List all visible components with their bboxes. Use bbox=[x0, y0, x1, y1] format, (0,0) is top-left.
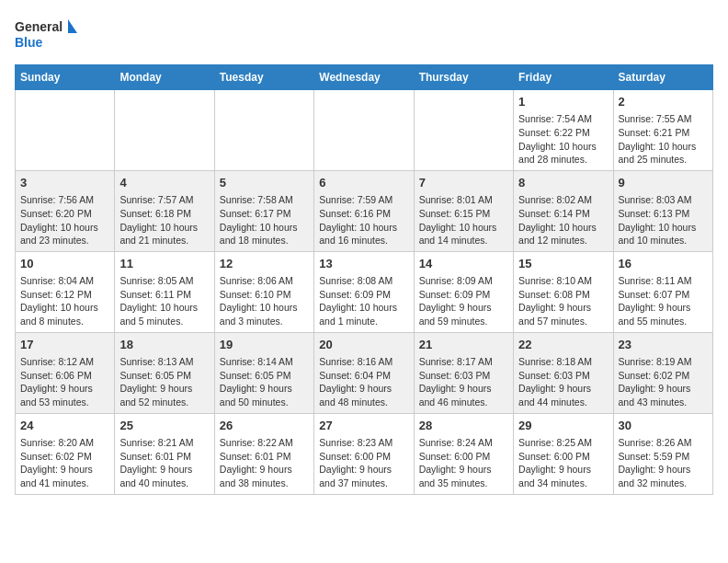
calendar-cell: 7Sunrise: 8:01 AM Sunset: 6:15 PM Daylig… bbox=[414, 170, 513, 251]
calendar-cell: 13Sunrise: 8:08 AM Sunset: 6:09 PM Dayli… bbox=[314, 251, 414, 332]
day-number: 15 bbox=[518, 256, 608, 272]
calendar-cell: 11Sunrise: 8:05 AM Sunset: 6:11 PM Dayli… bbox=[115, 251, 214, 332]
svg-text:General: General bbox=[15, 19, 63, 34]
cell-info: Sunrise: 8:22 AM Sunset: 6:01 PM Dayligh… bbox=[220, 436, 309, 490]
logo: GeneralBlue bbox=[15, 15, 79, 53]
day-number: 24 bbox=[20, 418, 109, 434]
cell-info: Sunrise: 7:58 AM Sunset: 6:17 PM Dayligh… bbox=[220, 193, 309, 247]
day-number: 1 bbox=[518, 94, 608, 110]
cell-info: Sunrise: 8:03 AM Sunset: 6:13 PM Dayligh… bbox=[619, 193, 708, 247]
cell-info: Sunrise: 8:19 AM Sunset: 6:02 PM Dayligh… bbox=[619, 355, 708, 409]
calendar-week-row: 10Sunrise: 8:04 AM Sunset: 6:12 PM Dayli… bbox=[16, 251, 713, 332]
weekday-header-monday: Monday bbox=[115, 65, 214, 90]
weekday-header-row: SundayMondayTuesdayWednesdayThursdayFrid… bbox=[16, 65, 713, 90]
calendar-cell: 2Sunrise: 7:55 AM Sunset: 6:21 PM Daylig… bbox=[613, 90, 712, 171]
weekday-header-tuesday: Tuesday bbox=[214, 65, 313, 90]
calendar-cell: 25Sunrise: 8:21 AM Sunset: 6:01 PM Dayli… bbox=[115, 413, 214, 494]
cell-info: Sunrise: 7:55 AM Sunset: 6:21 PM Dayligh… bbox=[619, 112, 708, 167]
calendar-cell: 10Sunrise: 8:04 AM Sunset: 6:12 PM Dayli… bbox=[16, 251, 115, 332]
cell-info: Sunrise: 7:56 AM Sunset: 6:20 PM Dayligh… bbox=[20, 193, 109, 247]
cell-info: Sunrise: 8:17 AM Sunset: 6:03 PM Dayligh… bbox=[419, 355, 508, 409]
day-number: 30 bbox=[619, 418, 708, 434]
calendar-cell: 4Sunrise: 7:57 AM Sunset: 6:18 PM Daylig… bbox=[115, 170, 214, 251]
day-number: 19 bbox=[220, 337, 309, 353]
calendar-cell: 18Sunrise: 8:13 AM Sunset: 6:05 PM Dayli… bbox=[115, 332, 214, 413]
cell-info: Sunrise: 8:06 AM Sunset: 6:10 PM Dayligh… bbox=[220, 274, 309, 328]
day-number: 17 bbox=[20, 337, 109, 353]
cell-info: Sunrise: 8:23 AM Sunset: 6:00 PM Dayligh… bbox=[319, 436, 408, 490]
day-number: 21 bbox=[419, 337, 508, 353]
logo-svg: GeneralBlue bbox=[15, 15, 79, 53]
calendar-cell: 12Sunrise: 8:06 AM Sunset: 6:10 PM Dayli… bbox=[214, 251, 313, 332]
calendar-week-row: 1Sunrise: 7:54 AM Sunset: 6:22 PM Daylig… bbox=[16, 90, 713, 171]
cell-info: Sunrise: 8:12 AM Sunset: 6:06 PM Dayligh… bbox=[20, 355, 109, 409]
calendar-cell: 8Sunrise: 8:02 AM Sunset: 6:14 PM Daylig… bbox=[514, 170, 613, 251]
cell-info: Sunrise: 7:57 AM Sunset: 6:18 PM Dayligh… bbox=[119, 193, 209, 247]
calendar-cell: 24Sunrise: 8:20 AM Sunset: 6:02 PM Dayli… bbox=[16, 413, 115, 494]
day-number: 25 bbox=[119, 418, 209, 434]
day-number: 27 bbox=[319, 418, 408, 434]
calendar-cell: 17Sunrise: 8:12 AM Sunset: 6:06 PM Dayli… bbox=[16, 332, 115, 413]
cell-info: Sunrise: 8:11 AM Sunset: 6:07 PM Dayligh… bbox=[619, 274, 708, 328]
weekday-header-thursday: Thursday bbox=[414, 65, 513, 90]
calendar-week-row: 3Sunrise: 7:56 AM Sunset: 6:20 PM Daylig… bbox=[16, 170, 713, 251]
svg-marker-2 bbox=[68, 19, 77, 33]
svg-text:Blue: Blue bbox=[15, 35, 43, 50]
day-number: 28 bbox=[419, 418, 508, 434]
calendar-cell bbox=[16, 90, 115, 171]
cell-info: Sunrise: 8:10 AM Sunset: 6:08 PM Dayligh… bbox=[518, 274, 608, 328]
calendar-cell bbox=[214, 90, 313, 171]
day-number: 3 bbox=[20, 175, 109, 191]
calendar-cell: 23Sunrise: 8:19 AM Sunset: 6:02 PM Dayli… bbox=[613, 332, 712, 413]
calendar-cell: 15Sunrise: 8:10 AM Sunset: 6:08 PM Dayli… bbox=[514, 251, 613, 332]
cell-info: Sunrise: 7:54 AM Sunset: 6:22 PM Dayligh… bbox=[518, 112, 608, 167]
cell-info: Sunrise: 8:14 AM Sunset: 6:05 PM Dayligh… bbox=[220, 355, 309, 409]
calendar-cell: 5Sunrise: 7:58 AM Sunset: 6:17 PM Daylig… bbox=[214, 170, 313, 251]
cell-info: Sunrise: 8:05 AM Sunset: 6:11 PM Dayligh… bbox=[119, 274, 209, 328]
weekday-header-friday: Friday bbox=[514, 65, 613, 90]
day-number: 10 bbox=[20, 256, 109, 272]
cell-info: Sunrise: 8:09 AM Sunset: 6:09 PM Dayligh… bbox=[419, 274, 508, 328]
weekday-header-sunday: Sunday bbox=[16, 65, 115, 90]
day-number: 20 bbox=[319, 337, 408, 353]
cell-info: Sunrise: 8:16 AM Sunset: 6:04 PM Dayligh… bbox=[319, 355, 408, 409]
calendar-cell bbox=[414, 90, 513, 171]
calendar-cell: 22Sunrise: 8:18 AM Sunset: 6:03 PM Dayli… bbox=[514, 332, 613, 413]
day-number: 26 bbox=[220, 418, 309, 434]
calendar-cell: 20Sunrise: 8:16 AM Sunset: 6:04 PM Dayli… bbox=[314, 332, 414, 413]
cell-info: Sunrise: 7:59 AM Sunset: 6:16 PM Dayligh… bbox=[319, 193, 408, 247]
day-number: 14 bbox=[419, 256, 508, 272]
cell-info: Sunrise: 8:25 AM Sunset: 6:00 PM Dayligh… bbox=[518, 436, 608, 490]
day-number: 8 bbox=[518, 175, 608, 191]
day-number: 9 bbox=[619, 175, 708, 191]
calendar-cell bbox=[115, 90, 214, 171]
calendar-cell: 6Sunrise: 7:59 AM Sunset: 6:16 PM Daylig… bbox=[314, 170, 414, 251]
day-number: 13 bbox=[319, 256, 408, 272]
calendar-cell: 3Sunrise: 7:56 AM Sunset: 6:20 PM Daylig… bbox=[16, 170, 115, 251]
cell-info: Sunrise: 8:01 AM Sunset: 6:15 PM Dayligh… bbox=[419, 193, 508, 247]
calendar-cell: 19Sunrise: 8:14 AM Sunset: 6:05 PM Dayli… bbox=[214, 332, 313, 413]
cell-info: Sunrise: 8:13 AM Sunset: 6:05 PM Dayligh… bbox=[119, 355, 209, 409]
calendar-cell: 9Sunrise: 8:03 AM Sunset: 6:13 PM Daylig… bbox=[613, 170, 712, 251]
calendar-cell: 14Sunrise: 8:09 AM Sunset: 6:09 PM Dayli… bbox=[414, 251, 513, 332]
day-number: 22 bbox=[518, 337, 608, 353]
weekday-header-wednesday: Wednesday bbox=[314, 65, 414, 90]
cell-info: Sunrise: 8:26 AM Sunset: 5:59 PM Dayligh… bbox=[619, 436, 708, 490]
day-number: 5 bbox=[220, 175, 309, 191]
calendar-cell bbox=[314, 90, 414, 171]
cell-info: Sunrise: 8:18 AM Sunset: 6:03 PM Dayligh… bbox=[518, 355, 608, 409]
calendar-cell: 30Sunrise: 8:26 AM Sunset: 5:59 PM Dayli… bbox=[613, 413, 712, 494]
page-header: GeneralBlue bbox=[15, 15, 713, 53]
calendar-cell: 28Sunrise: 8:24 AM Sunset: 6:00 PM Dayli… bbox=[414, 413, 513, 494]
cell-info: Sunrise: 8:02 AM Sunset: 6:14 PM Dayligh… bbox=[518, 193, 608, 247]
weekday-header-saturday: Saturday bbox=[613, 65, 712, 90]
calendar-table: SundayMondayTuesdayWednesdayThursdayFrid… bbox=[15, 64, 713, 495]
cell-info: Sunrise: 8:24 AM Sunset: 6:00 PM Dayligh… bbox=[419, 436, 508, 490]
day-number: 12 bbox=[220, 256, 309, 272]
calendar-cell: 16Sunrise: 8:11 AM Sunset: 6:07 PM Dayli… bbox=[613, 251, 712, 332]
calendar-cell: 1Sunrise: 7:54 AM Sunset: 6:22 PM Daylig… bbox=[514, 90, 613, 171]
calendar-week-row: 17Sunrise: 8:12 AM Sunset: 6:06 PM Dayli… bbox=[16, 332, 713, 413]
day-number: 7 bbox=[419, 175, 508, 191]
cell-info: Sunrise: 8:08 AM Sunset: 6:09 PM Dayligh… bbox=[319, 274, 408, 328]
cell-info: Sunrise: 8:04 AM Sunset: 6:12 PM Dayligh… bbox=[20, 274, 109, 328]
